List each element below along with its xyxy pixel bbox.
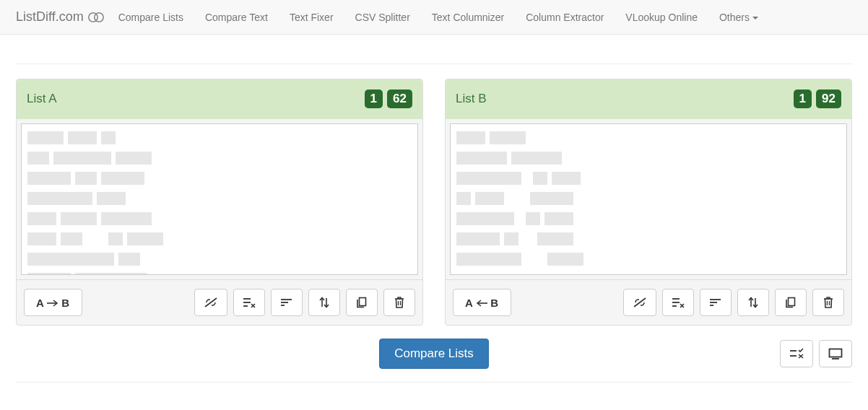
unlink-a-button[interactable]	[194, 289, 227, 316]
panel-a-footer: A B	[17, 279, 422, 325]
move-label-b: B	[61, 297, 69, 309]
move-b-to-a-button[interactable]: A B	[453, 289, 511, 316]
list-a-textarea[interactable]	[21, 123, 418, 275]
copy-b-button[interactable]	[775, 289, 807, 316]
panel-a-badges: 1 62	[365, 90, 412, 108]
panel-b-row-count: 92	[816, 90, 841, 108]
dedup-a-button[interactable]	[233, 289, 265, 316]
sort-b-button[interactable]	[700, 289, 732, 316]
move-label-b: B	[490, 297, 498, 309]
panel-list-b: List B 1 92	[445, 79, 852, 326]
list-a-content-redacted	[22, 124, 417, 275]
navbar: ListDiff.com Compare Lists Compare Text …	[0, 0, 868, 35]
unlink-b-button[interactable]	[623, 289, 656, 316]
arrow-left-icon	[476, 300, 487, 307]
trash-icon	[394, 297, 404, 308]
copy-icon	[785, 297, 797, 308]
clear-b-button[interactable]	[812, 289, 844, 316]
svg-rect-14	[360, 298, 366, 306]
svg-point-1	[95, 12, 103, 21]
panel-b-footer: A B	[446, 279, 851, 325]
copy-a-button[interactable]	[346, 289, 378, 316]
checklist-icon	[789, 348, 804, 359]
panel-a-row-count: 62	[387, 90, 412, 108]
arrow-right-icon	[47, 300, 58, 307]
list-b-textarea[interactable]	[450, 123, 847, 275]
nav-text-columnizer[interactable]: Text Columnizer	[432, 12, 504, 23]
copy-icon	[356, 297, 368, 308]
sort-icon	[280, 297, 293, 308]
panel-b-col-count: 1	[794, 90, 812, 108]
brand-text: ListDiff.com	[16, 9, 84, 25]
dedup-b-button[interactable]	[662, 289, 694, 316]
remove-duplicates-icon	[243, 297, 256, 308]
panel-b-badges: 1 92	[794, 90, 841, 108]
panel-list-a: List A 1 62	[16, 79, 423, 326]
options-button[interactable]	[780, 340, 813, 367]
panel-a-title: List A	[27, 92, 57, 106]
panel-b-header: List B 1 92	[446, 79, 851, 119]
svg-rect-31	[789, 298, 795, 306]
monitor-icon	[828, 348, 843, 359]
unlink-icon	[204, 297, 218, 308]
panel-a-header: List A 1 62	[17, 79, 422, 119]
list-b-content-redacted	[451, 124, 846, 275]
swap-vertical-icon	[747, 297, 759, 308]
nav-vlookup-online[interactable]: VLookup Online	[625, 12, 698, 23]
nav-compare-text[interactable]: Compare Text	[205, 12, 268, 23]
swap-a-button[interactable]	[308, 289, 340, 316]
swap-vertical-icon	[318, 297, 330, 308]
divider-top	[16, 64, 852, 64]
sort-a-button[interactable]	[271, 289, 303, 316]
svg-rect-16	[398, 297, 401, 299]
svg-rect-33	[827, 297, 830, 299]
nav-column-extractor[interactable]: Column Extractor	[526, 12, 604, 23]
brand[interactable]: ListDiff.com	[16, 9, 104, 25]
nav-text-fixer[interactable]: Text Fixer	[290, 12, 334, 23]
remove-duplicates-icon	[672, 297, 685, 308]
swap-b-button[interactable]	[737, 289, 769, 316]
layout-button[interactable]	[819, 340, 852, 367]
venn-icon	[88, 12, 104, 23]
trash-icon	[823, 297, 833, 308]
clear-a-button[interactable]	[383, 289, 415, 316]
nav-links: Compare Lists Compare Text Text Fixer CS…	[118, 12, 758, 23]
unlink-icon	[633, 297, 647, 308]
move-a-to-b-button[interactable]: A B	[24, 289, 82, 316]
compare-lists-button[interactable]: Compare Lists	[379, 339, 489, 369]
divider-bottom	[16, 382, 852, 383]
move-label-a: A	[465, 297, 473, 309]
nav-csv-splitter[interactable]: CSV Splitter	[355, 12, 410, 23]
svg-rect-40	[830, 349, 842, 357]
move-label-a: A	[36, 297, 44, 309]
nav-compare-lists[interactable]: Compare Lists	[118, 12, 183, 23]
sort-icon	[709, 297, 722, 308]
nav-others-dropdown[interactable]: Others	[719, 12, 758, 23]
panel-b-title: List B	[456, 92, 487, 106]
panel-a-col-count: 1	[365, 90, 383, 108]
